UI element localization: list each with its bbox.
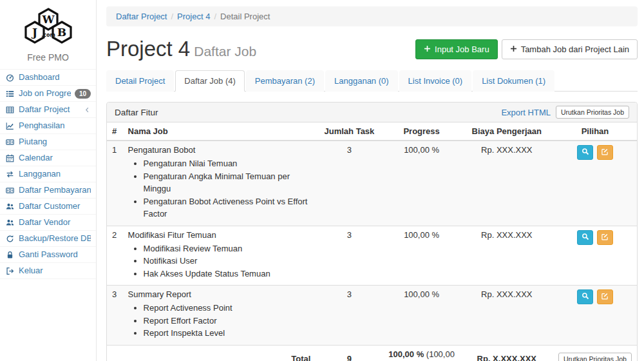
view-job-button[interactable]	[577, 230, 593, 245]
brand-name: Free PMO	[0, 51, 96, 69]
page: W J B .com Free PMO Dashboard Job on Pro…	[0, 0, 644, 361]
urutkan-prioritas-job-button[interactable]: Urutkan Prioritas Job	[558, 353, 632, 361]
retweet-icon	[5, 170, 15, 179]
sidebar-item-piutang[interactable]: Piutang	[0, 133, 96, 150]
jumlah-task-value: 3	[316, 141, 383, 226]
plus-icon	[510, 44, 517, 55]
table-row: 3 Summary Report Report Activeness Point…	[107, 286, 637, 346]
sidebar-item-label: Daftar Vendor	[19, 217, 91, 228]
edit-job-button[interactable]	[597, 289, 613, 304]
project-tabs: Detail Project Daftar Job (4) Pembayaran…	[106, 70, 638, 92]
panel-daftar-fitur: Daftar Fitur Export HTML Urutkan Priorit…	[106, 102, 638, 361]
job-title: Modifikasi Fitur Temuan	[128, 230, 216, 240]
tab-list-invoice[interactable]: List Invoice (0)	[399, 70, 472, 92]
svg-text:B: B	[57, 26, 66, 39]
tab-daftar-job[interactable]: Daftar Job (4)	[175, 70, 244, 92]
tab-langganan[interactable]: Langganan (0)	[325, 70, 398, 92]
button-label: Input Job Baru	[435, 44, 489, 55]
tab-detail-project[interactable]: Detail Project	[106, 70, 174, 92]
edit-icon	[601, 148, 609, 157]
sidebar-item-label: Ganti Password	[19, 249, 91, 260]
daftar-fitur-table: # Nama Job Jumlah Task Progress Biaya Pe…	[107, 122, 637, 361]
breadcrumb-separator: /	[214, 12, 216, 21]
col-biaya-pengerjaan: Biaya Pengerjaan	[460, 122, 553, 141]
jumlah-task-value: 3	[316, 226, 383, 286]
urutkan-prioritas-job-button[interactable]: Urutkan Prioritas Job	[556, 106, 629, 119]
subtask: Notifikasi User	[144, 255, 311, 268]
users-icon	[5, 202, 15, 211]
jwb-logo-icon: W J B .com	[16, 5, 80, 48]
app-logo: W J B .com	[0, 0, 96, 51]
panel-title: Daftar Fitur	[115, 108, 158, 117]
sidebar-item-langganan[interactable]: Langganan	[0, 166, 96, 182]
sidebar-item-label: Langganan	[19, 169, 91, 179]
lock-icon	[5, 251, 15, 259]
view-job-button[interactable]	[577, 145, 593, 160]
export-html-link[interactable]: Export HTML	[501, 108, 551, 117]
table-header-row: # Nama Job Jumlah Task Progress Biaya Pe…	[107, 122, 637, 141]
sidebar-item-keluar[interactable]: Keluar	[0, 262, 96, 279]
breadcrumb: Daftar Project/Project 4/Detail Project	[106, 6, 638, 26]
sidebar-item-ganti-password[interactable]: Ganti Password	[0, 246, 96, 262]
sidebar: W J B .com Free PMO Dashboard Job on Pro…	[0, 0, 97, 361]
sidebar-item-label: Calendar	[19, 153, 91, 163]
total-progress: 100,00 % (100,00 %)	[383, 345, 460, 361]
edit-icon	[601, 233, 609, 242]
page-title: Project 4Daftar Job	[106, 37, 256, 61]
money-icon	[5, 186, 15, 195]
row-number: 1	[107, 141, 123, 226]
sidebar-item-daftar-project[interactable]: Daftar Project	[0, 101, 96, 117]
search-icon	[582, 148, 589, 157]
col-nama-job: Nama Job	[123, 122, 316, 141]
sidebar-item-job-on-progress[interactable]: Job on Progress 10	[0, 85, 96, 101]
sidebar-item-label: Keluar	[19, 266, 91, 276]
sidebar-item-daftar-customer[interactable]: Daftar Customer	[0, 198, 96, 214]
chevron-left-icon	[84, 106, 91, 113]
sidebar-item-label: Dashboard	[19, 72, 91, 83]
table-row: 1 Pengaturan Bobot Pengaturan Nilai Temu…	[107, 141, 637, 226]
col-jumlah-task: Jumlah Task	[316, 122, 383, 141]
subtask: Report Inspekta Level	[144, 327, 311, 340]
sidebar-item-daftar-vendor[interactable]: Daftar Vendor	[0, 214, 96, 230]
plus-icon	[424, 44, 431, 55]
sidebar-item-calendar[interactable]: Calendar	[0, 150, 96, 166]
tambah-job-dari-project-lain-button[interactable]: Tambah Job dari Project Lain	[502, 39, 638, 59]
breadcrumb-detail-project: Detail Project	[220, 12, 270, 21]
page-subtitle: Daftar Job	[194, 44, 256, 59]
sidebar-item-penghasilan[interactable]: Penghasilan	[0, 117, 96, 133]
actions-cell	[553, 141, 637, 226]
actions-cell	[553, 226, 637, 286]
svg-text:.com: .com	[41, 32, 55, 38]
sidebar-item-daftar-pembayaran[interactable]: Daftar Pembayaran	[0, 182, 96, 198]
col-progress: Progress	[383, 122, 460, 141]
job-cell: Summary Report Report Activeness Point R…	[123, 286, 316, 346]
users-icon	[5, 219, 15, 227]
edit-job-button[interactable]	[597, 230, 613, 245]
progress-value: 100,00 %	[383, 226, 460, 286]
svg-text:W: W	[41, 13, 55, 26]
main-content: Daftar Project/Project 4/Detail Project …	[97, 0, 644, 361]
subtask-list: Modifikasi Review Temuan Notifikasi User…	[144, 242, 311, 280]
total-label: Total	[123, 345, 316, 361]
subtask: Hak Akses Update Status Temuan	[144, 268, 311, 280]
tab-list-dokumen[interactable]: List Dokumen (1)	[473, 70, 554, 92]
list-icon	[5, 90, 15, 98]
sidebar-item-backup-restore-db[interactable]: Backup/Restore DB	[0, 230, 96, 246]
total-biaya: Rp. X.XXX.XXX	[460, 345, 553, 361]
sidebar-item-dashboard[interactable]: Dashboard	[0, 69, 96, 85]
view-job-button[interactable]	[577, 289, 593, 304]
calendar-icon	[5, 154, 15, 162]
svg-text:J: J	[30, 26, 37, 39]
biaya-value: Rp. XXX.XXX	[460, 226, 553, 286]
tab-pembayaran[interactable]: Pembayaran (2)	[246, 70, 324, 92]
subtask: Pengaturan Angka Minimal Temuan per Ming…	[144, 170, 311, 195]
input-job-baru-button[interactable]: Input Job Baru	[415, 39, 498, 59]
subtask-list: Report Activeness Point Report Effort Fa…	[144, 302, 311, 340]
breadcrumb-daftar-project[interactable]: Daftar Project	[116, 12, 167, 21]
sidebar-item-label: Daftar Customer	[19, 201, 91, 211]
row-number: 2	[107, 226, 123, 286]
biaya-value: Rp. XXX.XXX	[460, 286, 553, 346]
breadcrumb-project-4[interactable]: Project 4	[177, 12, 210, 21]
edit-icon	[601, 292, 609, 302]
edit-job-button[interactable]	[597, 145, 613, 160]
